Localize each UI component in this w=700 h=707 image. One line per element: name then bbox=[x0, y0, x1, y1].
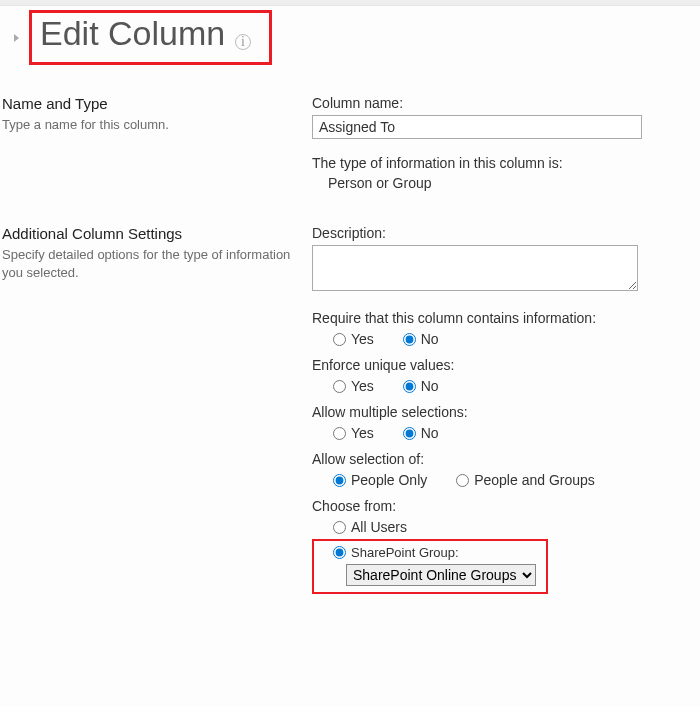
additional-settings-header: Additional Column Settings bbox=[2, 225, 312, 242]
unique-yes-label: Yes bbox=[351, 378, 374, 394]
type-info-label: The type of information in this column i… bbox=[312, 155, 700, 171]
all-users[interactable]: All Users bbox=[328, 519, 407, 535]
sharepoint-group-label: SharePoint Group: bbox=[351, 545, 459, 560]
multi-no[interactable]: No bbox=[398, 425, 439, 441]
column-name-label: Column name: bbox=[312, 95, 700, 111]
description-label: Description: bbox=[312, 225, 700, 241]
sharepoint-group[interactable]: SharePoint Group: bbox=[328, 545, 459, 560]
people-only-label: People Only bbox=[351, 472, 427, 488]
name-type-header: Name and Type bbox=[2, 95, 312, 112]
sharepoint-group-select[interactable]: SharePoint Online Groups bbox=[346, 564, 536, 586]
multi-label: Allow multiple selections: bbox=[312, 404, 700, 420]
window-topbar bbox=[0, 0, 700, 6]
choose-from-label: Choose from: bbox=[312, 498, 700, 514]
all-users-label: All Users bbox=[351, 519, 407, 535]
description-textarea[interactable] bbox=[312, 245, 638, 291]
page-title: Edit Column bbox=[40, 15, 225, 52]
multi-no-label: No bbox=[421, 425, 439, 441]
require-no-label: No bbox=[421, 331, 439, 347]
unique-label: Enforce unique values: bbox=[312, 357, 700, 373]
type-info-value: Person or Group bbox=[328, 175, 700, 191]
selection-of-label: Allow selection of: bbox=[312, 451, 700, 467]
unique-no-label: No bbox=[421, 378, 439, 394]
unique-yes[interactable]: Yes bbox=[328, 378, 374, 394]
sharepoint-group-highlight: SharePoint Group: SharePoint Online Grou… bbox=[312, 539, 548, 594]
require-yes[interactable]: Yes bbox=[328, 331, 374, 347]
require-no[interactable]: No bbox=[398, 331, 439, 347]
caret-right-icon bbox=[14, 34, 19, 42]
additional-settings-sub: Specify detailed options for the type of… bbox=[2, 246, 312, 281]
info-icon[interactable]: i bbox=[235, 34, 251, 50]
multi-yes-label: Yes bbox=[351, 425, 374, 441]
require-yes-label: Yes bbox=[351, 331, 374, 347]
unique-no[interactable]: No bbox=[398, 378, 439, 394]
people-and-groups-label: People and Groups bbox=[474, 472, 595, 488]
people-and-groups[interactable]: People and Groups bbox=[451, 472, 595, 488]
name-type-sub: Type a name for this column. bbox=[2, 116, 312, 134]
require-label: Require that this column contains inform… bbox=[312, 310, 700, 326]
people-only[interactable]: People Only bbox=[328, 472, 427, 488]
column-name-input[interactable] bbox=[312, 115, 642, 139]
title-highlight: Edit Column i bbox=[29, 10, 272, 65]
multi-yes[interactable]: Yes bbox=[328, 425, 374, 441]
